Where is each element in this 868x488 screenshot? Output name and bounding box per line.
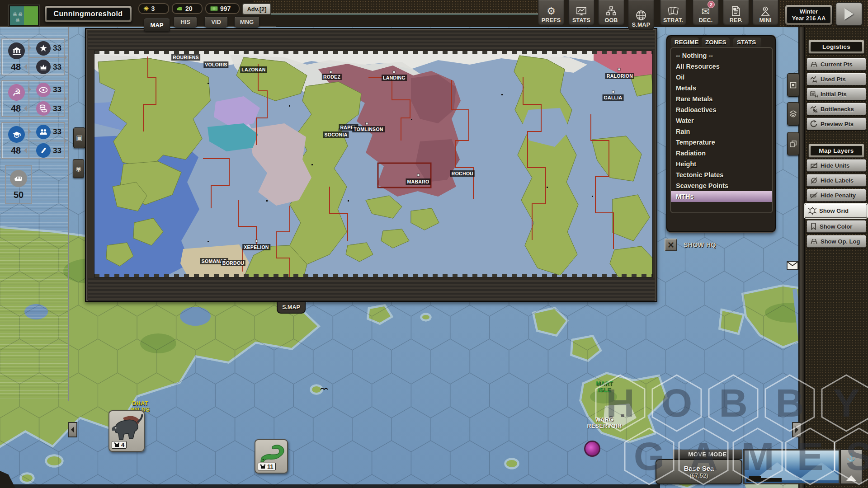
map-scroll-left[interactable] xyxy=(68,422,77,437)
city-label: TOMLINSON xyxy=(352,126,385,132)
city-label: RODEZ xyxy=(322,74,342,80)
tab-zones[interactable]: ZONES xyxy=(702,38,730,47)
show-hq-label: SHOW HQ xyxy=(684,241,716,249)
tile-preview[interactable] xyxy=(743,449,840,484)
ship-silhouette xyxy=(746,478,782,482)
map-layers-header: Map Layers xyxy=(808,144,864,158)
city-label: ROCHOU xyxy=(450,170,475,177)
layers-icon xyxy=(789,110,797,117)
strategic-map-panel: ROURIENSVOLORISLAZONANRODEZLANDINGRALORI… xyxy=(85,28,657,302)
regime-flag[interactable]: ☠☠☠ xyxy=(9,5,39,26)
layer-list-item[interactable]: Rare Metals xyxy=(671,94,772,104)
used-pts-button[interactable]: Used Pts xyxy=(807,73,866,85)
layer-list-item[interactable]: -- Nothing -- xyxy=(671,50,772,61)
advisor-button[interactable]: Adv.[2] xyxy=(242,3,271,15)
nav-strat[interactable]: STRAT. xyxy=(660,0,686,26)
show-color-button[interactable]: Show Color xyxy=(807,220,866,233)
hide-units-button[interactable]: Hide Units xyxy=(807,159,866,172)
nav-stats[interactable]: STATS xyxy=(568,0,594,26)
tile-coords: (67,52) xyxy=(689,472,708,479)
strategic-map[interactable]: ROURIENSVOLORISLAZONANRODEZLANDINGRALORI… xyxy=(94,51,653,277)
stat-group-politics[interactable]: ☭ 48 33 33 xyxy=(1,80,65,117)
initial-pts-button[interactable]: Initial Pts xyxy=(807,88,866,100)
nav-mini[interactable]: MINI xyxy=(752,0,778,26)
show-hq-checkbox[interactable]: ✕ xyxy=(665,239,677,251)
coins-icon xyxy=(36,101,51,116)
layer-list-item[interactable]: Water xyxy=(671,115,772,126)
credits[interactable]: 997 xyxy=(205,3,240,14)
show-op-log-button[interactable]: Show Op. Log xyxy=(807,235,866,248)
accent-line xyxy=(253,14,538,15)
political-points[interactable]: ☀ 3 xyxy=(138,3,169,14)
date-season: Winter xyxy=(800,8,818,15)
skull-icon: ☠ xyxy=(18,12,23,17)
city-label: SOCONIA xyxy=(323,131,349,138)
layer-list-item[interactable]: Height xyxy=(671,159,772,169)
stat-group-government[interactable]: 48 33 33 xyxy=(1,38,65,75)
stat-value: 33 xyxy=(53,146,61,155)
unrest-value: 50 xyxy=(14,190,24,200)
panel-widget-select[interactable] xyxy=(787,73,799,97)
layer-list-item[interactable]: Radioactives xyxy=(671,104,772,115)
panel-widget-knob[interactable]: ◉ xyxy=(73,159,84,178)
fate-points[interactable]: 20 xyxy=(172,3,203,14)
tab-stats[interactable]: STATS xyxy=(733,38,761,47)
tile-actions[interactable]: ⚓ xyxy=(840,449,863,484)
city-label: XEPELION xyxy=(242,244,270,250)
tab-his[interactable]: HIS xyxy=(174,16,197,28)
end-turn-button[interactable] xyxy=(835,2,863,26)
current-pts-button[interactable]: Current Pts xyxy=(807,58,866,70)
regime-nameplate: Cunningmoreshold xyxy=(44,5,132,23)
tab-mng[interactable]: MNG xyxy=(234,16,259,28)
stat-group-culture[interactable]: 48 33 33 xyxy=(1,122,65,159)
beast-unit[interactable]: 4 xyxy=(108,410,145,452)
city-label: RALORION xyxy=(605,73,634,79)
lizard-unit-count: 11 xyxy=(258,463,276,470)
panel-widget-copy[interactable] xyxy=(787,132,799,155)
panel-widget-layers[interactable] xyxy=(787,102,799,126)
smap-panel-tab[interactable]: S.MAP xyxy=(277,302,306,314)
lizard-icon xyxy=(258,443,286,465)
cash-icon xyxy=(210,6,218,11)
nav-smap[interactable]: S.MAP xyxy=(628,0,654,30)
tab-vid[interactable]: VID xyxy=(204,16,228,28)
nav-prefs[interactable]: ⚙ PREFS xyxy=(538,0,564,26)
layer-list-item[interactable]: Rain xyxy=(671,126,772,137)
panel-bottom-stripes xyxy=(88,278,655,301)
layer-list-item[interactable]: MTHs xyxy=(671,191,772,202)
layer-list-item[interactable]: All Resources xyxy=(671,61,772,72)
stat-value: 33 xyxy=(53,63,61,72)
city-label: MABARO xyxy=(406,178,430,185)
tile-name: Base Sea xyxy=(684,465,714,472)
lizard-unit[interactable]: 11 xyxy=(255,439,288,474)
layer-list-item[interactable]: Tectonic Plates xyxy=(671,169,772,180)
monster-face-icon xyxy=(114,442,120,447)
unrest-box[interactable]: 50 xyxy=(5,165,32,204)
bottlenecks-button[interactable]: Bottlenecks xyxy=(807,103,866,115)
hide-penalty-button[interactable]: Hide Penalty xyxy=(807,189,866,202)
layer-list-item[interactable]: Temperature xyxy=(671,137,772,148)
map-scroll-right[interactable] xyxy=(792,422,802,437)
tab-regime[interactable]: REGIME xyxy=(671,38,699,47)
panel-widget-frame[interactable]: ▣ xyxy=(73,127,85,148)
nav-rep[interactable]: REP. xyxy=(723,0,749,26)
fist-icon xyxy=(177,5,183,12)
org-chart-icon xyxy=(606,6,617,16)
show-hq-row: ✕ SHOW HQ xyxy=(665,239,716,251)
nav-oob[interactable]: OOB xyxy=(598,0,624,26)
show-grid-button[interactable]: Show Grid xyxy=(805,204,867,218)
envelope-marker-icon[interactable] xyxy=(787,261,798,270)
hide-labels-button[interactable]: Hide Labels xyxy=(807,174,866,187)
game-screen: DHAT WILDSMART ISLEWARG RESERVOIR 4 xyxy=(0,0,868,488)
layer-list-item[interactable]: Radiation xyxy=(671,148,772,159)
layer-list-item[interactable]: Oil xyxy=(671,72,772,83)
skull-icon: ☠ xyxy=(13,12,17,17)
city-label: LANDING xyxy=(382,75,407,81)
tab-map[interactable]: MAP xyxy=(144,18,170,32)
beast-unit-count: 4 xyxy=(112,441,127,449)
preview-pts-button[interactable]: Preview Pts xyxy=(807,117,866,130)
layer-list-item[interactable]: Metals xyxy=(671,83,772,94)
layer-list-item[interactable]: Scavenge Points xyxy=(671,180,772,191)
nav-dec[interactable]: ✉ 2 DEC. xyxy=(693,0,719,26)
purple-unit[interactable] xyxy=(584,441,600,457)
